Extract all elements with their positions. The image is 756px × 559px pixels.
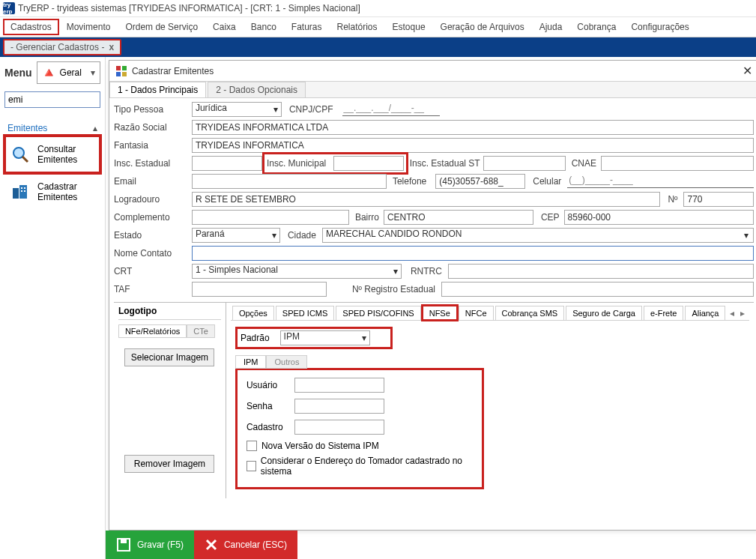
chevron-down-icon: ▾ [272,230,276,241]
label-crt: CRT [114,266,192,277]
chk-endereco-tomador[interactable] [247,461,256,471]
ipm-senha-field[interactable] [294,399,384,414]
padrao-select[interactable]: IPM▾ [280,330,370,345]
ipm-usuario-field[interactable] [294,378,384,393]
menu-ajuda[interactable]: Ajuda [532,19,570,35]
opt-tab-seguro[interactable]: Seguro de Carga [566,306,642,320]
opt-tab-nfce[interactable]: NFCe [459,306,494,320]
cnae-field[interactable] [601,156,754,171]
menu-configuracoes[interactable]: Configurações [623,19,696,35]
label-chk-nova-versao: Nova Versão do Sistema IPM [261,441,379,451]
buildings-icon [10,181,30,203]
chevron-down-icon: ▾ [393,266,398,277]
insc-municipal-field[interactable] [333,156,404,171]
menu-category-select[interactable]: 🔺 Geral ▾ [37,61,100,84]
menu-caixa[interactable]: Caixa [205,19,244,35]
opt-tab-efrete[interactable]: e-Frete [644,306,683,320]
close-icon[interactable]: x [109,42,114,52]
ipm-cadastro-field[interactable] [294,420,384,435]
window-icon [115,65,127,77]
svg-point-0 [13,148,24,158]
menubar: Cadastros Movimento Ordem de Serviço Cai… [0,16,756,37]
label-usuario: Usuário [247,380,294,390]
menu-geracao-arquivos[interactable]: Geração de Arquivos [433,19,532,35]
taf-field[interactable] [192,282,327,297]
crt-select[interactable]: 1 - Simples Nacional▾ [192,264,402,279]
window-close-icon[interactable]: ✕ [743,64,752,78]
insc-estadual-field[interactable] [192,156,262,171]
menu-cadastros[interactable]: Cadastros [3,19,59,35]
logo-tab-cte[interactable]: CTe [187,324,215,338]
sub-tab-ipm[interactable]: IPM [235,355,267,369]
menu-movimento[interactable]: Movimento [59,19,118,35]
doc-tab-gerenciar-cadastros[interactable]: - Gerenciar Cadastros - x [3,39,121,55]
celular-field[interactable]: (__)_____-____ [567,175,754,188]
opt-tab-cobranca-sms[interactable]: Cobrança SMS [495,306,565,320]
nome-contato-field[interactable] [192,246,755,261]
rntrc-field[interactable] [448,264,755,279]
label-logradouro: Logradouro [114,194,192,205]
opt-tab-sped-pis[interactable]: SPED PIS/COFINS [336,306,420,320]
menu-cobranca[interactable]: Cobrança [569,19,623,35]
label-cadastro: Cadastro [247,422,294,432]
main-tabs: 1 - Dados Principais 2 - Dados Opcionais [109,82,756,98]
label-fantasia: Fantasia [114,140,192,151]
logradouro-field[interactable] [192,192,661,207]
svg-rect-3 [19,185,27,199]
doc-tab-label: - Gerenciar Cadastros - [10,42,104,52]
logo-tab-nfe[interactable]: NFe/Relatórios [118,324,187,338]
save-button[interactable]: Gravar (F5) [106,531,194,559]
menu-up-arrow-icon: 🔺 [40,64,57,81]
sidebar-item-cadastrar-emitentes[interactable]: Cadastrar Emitentes [4,173,100,211]
menu-search-input[interactable] [4,91,100,108]
sub-tab-outros[interactable]: Outros [266,355,307,369]
opt-tab-sped-icms[interactable]: SPED ICMS [276,306,335,320]
label-tipo-pessoa: Tipo Pessoa [114,104,192,115]
logo-pane-head: Logotipo [118,306,221,320]
estado-select[interactable]: Paraná▾ [192,228,280,243]
tab-dados-opcionais[interactable]: 2 - Dados Opcionais [208,82,306,97]
razao-social-field[interactable] [192,120,755,135]
section-emitentes-head[interactable]: Emitentes ▴ [4,121,100,135]
cep-field[interactable] [564,210,755,225]
menu-estoque[interactable]: Estoque [385,19,433,35]
menu-ordem-servico[interactable]: Ordem de Serviço [118,19,205,35]
menu-banco[interactable]: Banco [244,19,284,35]
telefone-field[interactable] [435,174,525,189]
opt-tab-alianca[interactable]: Aliança [685,306,725,320]
label-reg-estadual: Nº Registro Estadual [352,284,435,294]
app-title: TryERP - tryideas sistemas [TRYIDEAS INF… [18,3,360,13]
cancel-button[interactable]: Cancelar (ESC) [194,531,297,559]
tabs-scroll-right-icon[interactable]: ▸ [737,308,748,318]
config-pane: Opções SPED ICMS SPED PIS/COFINS NFSe NF… [226,303,755,498]
tabs-scroll-left-icon[interactable]: ◂ [727,308,737,318]
cidade-select[interactable]: MARECHAL CANDIDO RONDON▾ [322,228,755,243]
fantasia-field[interactable] [192,138,755,153]
email-field[interactable] [192,174,387,189]
select-image-button[interactable]: Selecionar Imagem [124,348,214,366]
label-senha: Senha [247,401,294,411]
chk-nova-versao[interactable] [247,441,257,451]
numero-field[interactable] [683,192,754,207]
menu-relatorios[interactable]: Relatórios [330,19,385,35]
label-cnae: CNAE [572,158,596,169]
remove-image-button[interactable]: Remover Imagem [124,455,214,473]
label-complemento: Complemento [114,212,192,223]
sidebar-item-consultar-emitentes[interactable]: Consultar Emitentes [4,136,100,173]
tipo-pessoa-select[interactable]: Jurídica▾ [192,102,282,117]
menu-faturas[interactable]: Faturas [284,19,330,35]
reg-estadual-field[interactable] [441,282,754,297]
complemento-field[interactable] [192,210,349,225]
sidebar: Menu 🔺 Geral ▾ Emitentes ▴ Consultar Emi… [0,57,106,559]
opt-tab-nfse[interactable]: NFSe [423,306,457,320]
label-rntrc: RNTRC [411,266,442,277]
tab-dados-principais[interactable]: 1 - Dados Principais [109,82,206,97]
bairro-field[interactable] [384,210,533,225]
opt-tab-opcoes[interactable]: Opções [232,306,274,320]
cnpj-cpf-field[interactable]: __.___.___/____-__ [342,103,440,116]
svg-rect-4 [21,187,22,189]
search-icon [10,143,30,166]
collapse-icon: ▴ [93,123,97,133]
options-tabstrip: Opções SPED ICMS SPED PIS/COFINS NFSe NF… [231,303,750,321]
insc-estadual-st-field[interactable] [483,156,566,171]
